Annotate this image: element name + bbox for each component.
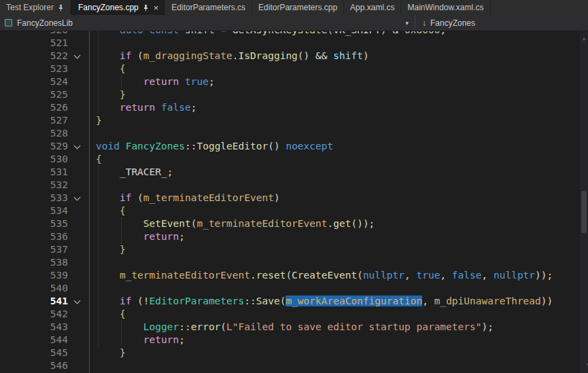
- code-text: [86, 179, 96, 192]
- scrollbar-up-icon[interactable]: ▲: [580, 33, 588, 46]
- pin-icon[interactable]: [57, 4, 65, 12]
- line-number[interactable]: 535: [0, 217, 68, 230]
- code-text: [86, 127, 96, 140]
- code-line-526[interactable]: 526 return false;: [0, 101, 588, 114]
- fold-column: [68, 256, 86, 269]
- scope-dropdown[interactable]: ↓ FancyZones: [415, 15, 475, 31]
- code-line-534[interactable]: 534 {: [0, 205, 588, 217]
- code-line-528[interactable]: 528: [0, 127, 588, 140]
- code-line-544[interactable]: 544 return;: [0, 334, 588, 347]
- line-number[interactable]: 546: [0, 359, 68, 372]
- code-text: }: [86, 114, 102, 127]
- code-editor[interactable]: 520 auto const shift = GetAsyncKeyState(…: [0, 31, 588, 373]
- line-number[interactable]: 545: [0, 347, 68, 359]
- line-number[interactable]: 538: [0, 256, 68, 269]
- tab-test-explorer[interactable]: Test Explorer: [0, 0, 72, 15]
- line-number[interactable]: 540: [0, 282, 68, 295]
- line-number[interactable]: 539: [0, 269, 68, 282]
- line-number[interactable]: 521: [0, 37, 68, 50]
- line-number[interactable]: 526: [0, 101, 68, 114]
- tab-label: MainWindow.xaml.cs: [407, 3, 483, 12]
- code-line-546[interactable]: 546: [0, 359, 588, 372]
- close-icon[interactable]: ×: [154, 3, 159, 12]
- code-area[interactable]: 520 auto const shift = GetAsyncKeyState(…: [0, 31, 588, 372]
- line-number[interactable]: 524: [0, 75, 68, 88]
- pin-icon[interactable]: [142, 4, 150, 12]
- code-line-524[interactable]: 524 return true;: [0, 75, 588, 88]
- code-line-535[interactable]: 535 SetEvent(m_terminateEditorEvent.get(…: [0, 217, 588, 230]
- line-number[interactable]: 528: [0, 127, 68, 140]
- vertical-scrollbar[interactable]: ▲ ▼: [580, 31, 588, 373]
- fold-column: [68, 205, 86, 217]
- fold-column: [68, 334, 86, 347]
- line-number[interactable]: 532: [0, 179, 68, 192]
- fold-chevron-icon[interactable]: [68, 50, 86, 63]
- tab-fancyzones-cpp[interactable]: FancyZones.cpp ×: [72, 0, 165, 15]
- fold-column: [68, 127, 86, 140]
- code-line-542[interactable]: 542 {: [0, 308, 588, 321]
- code-text: if (m_draggingState.IsDragging() && shif…: [86, 50, 369, 63]
- line-number[interactable]: 527: [0, 114, 68, 127]
- code-line-539[interactable]: 539 m_terminateEditorEvent.reset(CreateE…: [0, 269, 588, 282]
- line-number[interactable]: 543: [0, 321, 68, 334]
- tab-label: Test Explorer: [6, 3, 54, 12]
- line-number[interactable]: 536: [0, 230, 68, 243]
- code-line-543[interactable]: 543 Logger::error(L"Failed to save edito…: [0, 321, 588, 334]
- line-number[interactable]: 520: [0, 31, 68, 37]
- project-dropdown[interactable]: FancyZonesLib ▾: [0, 15, 415, 31]
- code-line-521[interactable]: 521: [0, 37, 588, 50]
- code-line-532[interactable]: 532: [0, 179, 588, 192]
- tab-mainwindow-xaml-cs[interactable]: MainWindow.xaml.cs: [401, 0, 490, 15]
- line-number[interactable]: 541: [0, 295, 68, 308]
- code-text: SetEvent(m_terminateEditorEvent.get());: [86, 217, 375, 230]
- code-line-540[interactable]: 540: [0, 282, 588, 295]
- line-number[interactable]: 525: [0, 88, 68, 101]
- code-line-536[interactable]: 536 return;: [0, 230, 588, 243]
- line-number[interactable]: 542: [0, 308, 68, 321]
- line-number[interactable]: 531: [0, 166, 68, 179]
- tab-label: EditorParameters.cpp: [258, 3, 337, 12]
- code-line-520[interactable]: 520 auto const shift = GetAsyncKeyState(…: [0, 31, 588, 37]
- code-line-525[interactable]: 525 }: [0, 88, 588, 101]
- fold-chevron-icon[interactable]: [68, 192, 86, 205]
- line-number[interactable]: 530: [0, 153, 68, 166]
- code-line-531[interactable]: 531 _TRACER_;: [0, 166, 588, 179]
- code-text: return;: [86, 334, 185, 347]
- fold-column: [68, 63, 86, 75]
- code-line-527[interactable]: 527}: [0, 114, 588, 127]
- fold-column: [68, 230, 86, 243]
- tabbar-filler: [491, 0, 588, 15]
- code-text: void FancyZones::ToggleEditor() noexcept: [86, 140, 333, 153]
- line-number[interactable]: 523: [0, 63, 68, 75]
- chevron-down-icon[interactable]: ▾: [405, 20, 409, 26]
- fold-column: [68, 269, 86, 282]
- code-line-537[interactable]: 537 }: [0, 243, 588, 256]
- code-line-523[interactable]: 523 {: [0, 63, 588, 75]
- code-line-529[interactable]: 529void FancyZones::ToggleEditor() noexc…: [0, 140, 588, 153]
- tab-editorparameters-cs[interactable]: EditorParameters.cs: [165, 0, 252, 15]
- line-number[interactable]: 522: [0, 50, 68, 63]
- code-line-530[interactable]: 530{: [0, 153, 588, 166]
- fold-chevron-icon[interactable]: [68, 295, 86, 308]
- line-number[interactable]: 544: [0, 334, 68, 347]
- code-text: [86, 256, 96, 269]
- selected-text: m_workAreaConfiguration: [286, 296, 422, 306]
- fold-chevron-icon[interactable]: [68, 140, 86, 153]
- line-number[interactable]: 533: [0, 192, 68, 205]
- project-icon: [5, 19, 12, 26]
- line-number[interactable]: 529: [0, 140, 68, 153]
- code-line-545[interactable]: 545 }: [0, 347, 588, 359]
- fold-column: [68, 114, 86, 127]
- code-line-538[interactable]: 538: [0, 256, 588, 269]
- scrollbar-thumb[interactable]: [581, 191, 587, 233]
- tab-editorparameters-cpp[interactable]: EditorParameters.cpp: [252, 0, 344, 15]
- line-number[interactable]: 534: [0, 205, 68, 217]
- fold-column: [68, 31, 86, 37]
- fold-column: [68, 217, 86, 230]
- tab-app-xaml-cs[interactable]: App.xaml.cs: [344, 0, 401, 15]
- code-line-533[interactable]: 533 if (m_terminateEditorEvent): [0, 192, 588, 205]
- code-line-541[interactable]: 541 if (!EditorParameters::Save(m_workAr…: [0, 295, 588, 308]
- line-number[interactable]: 537: [0, 243, 68, 256]
- fold-column: [68, 347, 86, 359]
- code-line-522[interactable]: 522 if (m_draggingState.IsDragging() && …: [0, 50, 588, 63]
